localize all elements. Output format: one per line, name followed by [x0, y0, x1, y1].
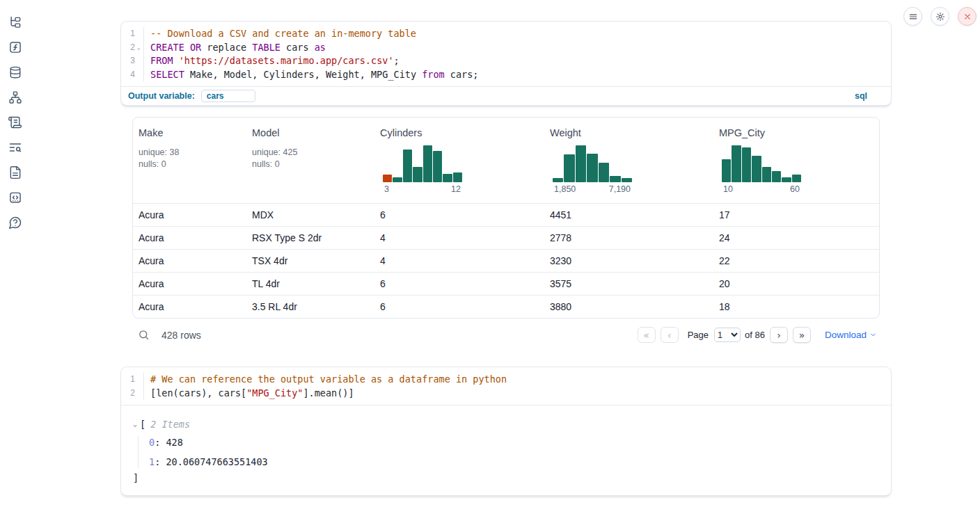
- prev-page-button[interactable]: ‹: [661, 327, 679, 343]
- mpg-tick-min: 10: [723, 184, 733, 194]
- table-row[interactable]: AcuraTL 4dr6357520: [133, 272, 879, 295]
- cylinders-tick-min: 3: [384, 184, 389, 194]
- mpg-tick-max: 60: [790, 184, 800, 194]
- table-output: Make unique: 38 nulls: 0 Model unique: 4…: [132, 117, 880, 348]
- table-cell: 4: [374, 255, 544, 266]
- sql-editor[interactable]: 1-- Download a CSV and create an in-memo…: [121, 22, 891, 86]
- histogram-bar: [752, 156, 761, 182]
- items-count: 2 Items: [150, 418, 190, 430]
- menu-icon: [908, 12, 918, 22]
- output-variable-label: Output variable:: [128, 91, 195, 101]
- search-icon[interactable]: [138, 329, 150, 341]
- table-cell: Acura: [133, 232, 246, 243]
- page-select[interactable]: 1: [714, 328, 741, 342]
- histogram-bar: [722, 159, 731, 182]
- column-make: Make unique: 38 nulls: 0: [133, 118, 246, 203]
- histogram-bar: [587, 154, 597, 182]
- histogram-bar: [553, 178, 563, 182]
- histogram-bar: [423, 145, 432, 182]
- table-row[interactable]: AcuraMDX6445117: [133, 203, 879, 226]
- table-cell: Acura: [133, 255, 246, 266]
- histogram-bar: [453, 172, 462, 182]
- python-cell: 1# We can reference the output variable …: [120, 367, 892, 496]
- table-cell: 20: [713, 278, 879, 289]
- column-label-make[interactable]: Make: [139, 127, 163, 138]
- table-cell: 6: [374, 278, 544, 289]
- file-tree-icon[interactable]: [8, 15, 22, 29]
- open-bracket: [: [140, 418, 145, 430]
- column-mpg-city: MPG_City 10 60: [713, 118, 879, 203]
- histogram-bar: [383, 175, 392, 182]
- table-cell: 17: [713, 209, 879, 220]
- network-icon[interactable]: [8, 90, 22, 104]
- last-page-button[interactable]: »: [793, 327, 811, 343]
- cylinders-histogram: 3 12: [383, 145, 462, 194]
- column-label-weight[interactable]: Weight: [550, 127, 581, 138]
- histogram-bar: [610, 176, 620, 182]
- shutdown-button[interactable]: [958, 7, 977, 26]
- output-variable-input[interactable]: [201, 90, 255, 102]
- weight-histogram: 1,850 7,190: [553, 145, 632, 194]
- weight-tick-min: 1,850: [554, 184, 576, 194]
- column-weight: Weight 1,850 7,190: [544, 118, 713, 203]
- sql-cell-footer: Output variable: sql: [121, 86, 891, 105]
- menu-button[interactable]: [903, 7, 922, 26]
- table-cell: 6: [374, 209, 544, 220]
- row-count: 428 rows: [161, 330, 201, 341]
- table-header: Make unique: 38 nulls: 0 Model unique: 4…: [133, 118, 879, 203]
- histogram-bar: [403, 150, 412, 182]
- python-editor[interactable]: 1# We can reference the output variable …: [121, 367, 891, 405]
- column-label-cylinders[interactable]: Cylinders: [380, 127, 422, 138]
- scroll-text-icon[interactable]: [8, 115, 22, 129]
- output-entry: 1: 20.060747663551403: [149, 456, 891, 468]
- file-text-icon[interactable]: [8, 166, 22, 179]
- histogram-bar: [564, 154, 574, 182]
- table-cell: RSX Type S 2dr: [246, 232, 374, 243]
- histogram-bar: [393, 177, 402, 182]
- table-row[interactable]: Acura3.5 RL 4dr6388018: [133, 295, 879, 318]
- table-cell: 4451: [544, 209, 713, 220]
- column-label-mpg-city[interactable]: MPG_City: [719, 127, 765, 138]
- table-cell: TL 4dr: [246, 278, 374, 289]
- column-label-model[interactable]: Model: [252, 127, 280, 138]
- first-page-button[interactable]: «: [638, 327, 656, 343]
- cylinders-histogram-bars: [383, 145, 462, 182]
- output-entry: 0: 428: [149, 436, 891, 449]
- weight-histogram-bars: [553, 145, 632, 182]
- gear-icon: [935, 12, 945, 22]
- table-cell: 22: [713, 255, 879, 266]
- next-page-button[interactable]: ›: [770, 327, 788, 343]
- histogram-bar: [433, 151, 442, 182]
- database-icon[interactable]: [8, 65, 22, 79]
- help-circle-icon[interactable]: [8, 216, 22, 230]
- table-cell: 3575: [544, 278, 713, 289]
- table-cell: 4: [374, 232, 544, 243]
- close-icon: [963, 12, 972, 22]
- table-cell: 2778: [544, 232, 713, 243]
- histogram-bar: [782, 177, 791, 182]
- page-total: of 86: [745, 330, 765, 340]
- text-search-icon[interactable]: [8, 140, 22, 154]
- settings-button[interactable]: [931, 7, 949, 26]
- table-cell: 6: [374, 301, 544, 312]
- histogram-bar: [792, 175, 801, 182]
- weight-tick-max: 7,190: [609, 184, 631, 194]
- code-box-icon[interactable]: [8, 191, 22, 204]
- download-button[interactable]: Download: [825, 330, 877, 340]
- column-model: Model unique: 425 nulls: 0: [246, 118, 374, 203]
- histogram-bar: [576, 145, 586, 182]
- table-row[interactable]: AcuraTSX 4dr4323022: [133, 249, 879, 272]
- cylinders-tick-max: 12: [451, 184, 461, 194]
- table-body: AcuraMDX6445117AcuraRSX Type S 2dr427782…: [133, 203, 879, 318]
- function-square-icon[interactable]: [8, 40, 22, 54]
- table-cell: 24: [713, 232, 879, 243]
- mpg-city-histogram: 10 60: [722, 145, 801, 194]
- notebook-controls: [903, 7, 977, 26]
- column-stats-make: unique: 38 nulls: 0: [139, 147, 241, 170]
- table-row[interactable]: AcuraRSX Type S 2dr4277824: [133, 226, 879, 249]
- table-cell: Acura: [133, 278, 246, 289]
- table-cell: Acura: [133, 301, 246, 312]
- table-cell: 3230: [544, 255, 713, 266]
- collapse-chevron-icon[interactable]: ⌄: [133, 418, 137, 430]
- page-label: Page: [688, 330, 709, 340]
